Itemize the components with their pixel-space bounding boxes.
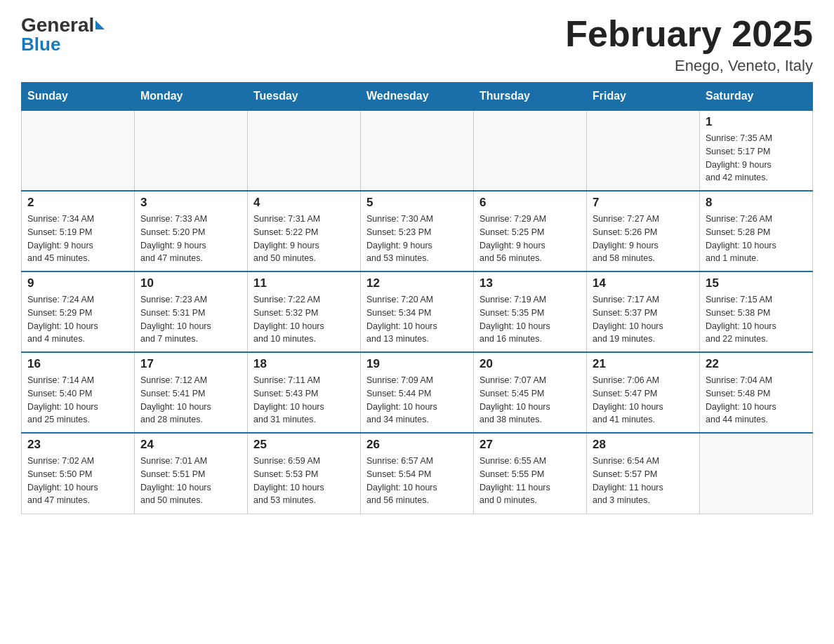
day-number: 25 xyxy=(253,438,355,452)
week-row-4: 16Sunrise: 7:14 AMSunset: 5:40 PMDayligh… xyxy=(22,352,813,433)
weekday-header-friday: Friday xyxy=(587,83,700,111)
month-title: February 2025 xyxy=(565,14,813,54)
calendar-cell: 4Sunrise: 7:31 AMSunset: 5:22 PMDaylight… xyxy=(248,191,361,271)
day-number: 2 xyxy=(27,196,128,210)
weekday-header-monday: Monday xyxy=(135,83,248,111)
calendar-cell: 15Sunrise: 7:15 AMSunset: 5:38 PMDayligh… xyxy=(700,271,813,352)
calendar-cell xyxy=(361,110,474,191)
day-info: Sunrise: 7:11 AMSunset: 5:43 PMDaylight:… xyxy=(253,374,355,427)
day-number: 8 xyxy=(706,196,807,210)
day-info: Sunrise: 7:26 AMSunset: 5:28 PMDaylight:… xyxy=(706,213,807,265)
calendar-cell: 14Sunrise: 7:17 AMSunset: 5:37 PMDayligh… xyxy=(587,271,700,352)
day-info: Sunrise: 7:14 AMSunset: 5:40 PMDaylight:… xyxy=(27,374,128,427)
day-info: Sunrise: 7:01 AMSunset: 5:51 PMDaylight:… xyxy=(140,455,241,507)
day-number: 19 xyxy=(366,357,468,371)
calendar-cell: 8Sunrise: 7:26 AMSunset: 5:28 PMDaylight… xyxy=(700,191,813,271)
day-info: Sunrise: 7:23 AMSunset: 5:31 PMDaylight:… xyxy=(140,293,241,346)
day-info: Sunrise: 7:27 AMSunset: 5:26 PMDaylight:… xyxy=(593,213,694,265)
calendar-cell xyxy=(135,110,248,191)
day-number: 26 xyxy=(366,438,468,452)
calendar-cell: 17Sunrise: 7:12 AMSunset: 5:41 PMDayligh… xyxy=(135,352,248,433)
calendar-cell: 1Sunrise: 7:35 AMSunset: 5:17 PMDaylight… xyxy=(700,110,813,191)
week-row-2: 2Sunrise: 7:34 AMSunset: 5:19 PMDaylight… xyxy=(22,191,813,271)
weekday-header-sunday: Sunday xyxy=(22,83,135,111)
day-number: 11 xyxy=(253,276,355,290)
calendar-cell: 13Sunrise: 7:19 AMSunset: 5:35 PMDayligh… xyxy=(474,271,587,352)
calendar-cell: 20Sunrise: 7:07 AMSunset: 5:45 PMDayligh… xyxy=(474,352,587,433)
day-info: Sunrise: 6:54 AMSunset: 5:57 PMDaylight:… xyxy=(593,455,694,507)
day-number: 14 xyxy=(593,276,694,290)
day-number: 5 xyxy=(366,196,468,210)
day-info: Sunrise: 7:24 AMSunset: 5:29 PMDaylight:… xyxy=(27,293,128,346)
logo: General Blue xyxy=(21,14,105,55)
day-number: 18 xyxy=(253,357,355,371)
calendar-cell: 19Sunrise: 7:09 AMSunset: 5:44 PMDayligh… xyxy=(361,352,474,433)
day-number: 10 xyxy=(140,276,241,290)
calendar-cell: 27Sunrise: 6:55 AMSunset: 5:55 PMDayligh… xyxy=(474,433,587,514)
calendar-cell: 23Sunrise: 7:02 AMSunset: 5:50 PMDayligh… xyxy=(22,433,135,514)
day-info: Sunrise: 7:20 AMSunset: 5:34 PMDaylight:… xyxy=(366,293,468,346)
weekday-header-saturday: Saturday xyxy=(700,83,813,111)
calendar-cell: 16Sunrise: 7:14 AMSunset: 5:40 PMDayligh… xyxy=(22,352,135,433)
week-row-1: 1Sunrise: 7:35 AMSunset: 5:17 PMDaylight… xyxy=(22,110,813,191)
day-number: 4 xyxy=(253,196,355,210)
calendar-cell: 3Sunrise: 7:33 AMSunset: 5:20 PMDaylight… xyxy=(135,191,248,271)
calendar-cell: 21Sunrise: 7:06 AMSunset: 5:47 PMDayligh… xyxy=(587,352,700,433)
calendar-cell: 6Sunrise: 7:29 AMSunset: 5:25 PMDaylight… xyxy=(474,191,587,271)
day-info: Sunrise: 7:07 AMSunset: 5:45 PMDaylight:… xyxy=(479,374,581,427)
calendar-cell: 10Sunrise: 7:23 AMSunset: 5:31 PMDayligh… xyxy=(135,271,248,352)
day-info: Sunrise: 6:57 AMSunset: 5:54 PMDaylight:… xyxy=(366,455,468,507)
day-number: 28 xyxy=(593,438,694,452)
logo-blue-text: Blue xyxy=(21,34,60,55)
day-info: Sunrise: 7:22 AMSunset: 5:32 PMDaylight:… xyxy=(253,293,355,346)
day-info: Sunrise: 7:06 AMSunset: 5:47 PMDaylight:… xyxy=(593,374,694,427)
day-info: Sunrise: 7:34 AMSunset: 5:19 PMDaylight:… xyxy=(27,213,128,265)
calendar-cell xyxy=(248,110,361,191)
calendar-cell xyxy=(700,433,813,514)
weekday-header-tuesday: Tuesday xyxy=(248,83,361,111)
calendar-cell xyxy=(587,110,700,191)
day-info: Sunrise: 7:15 AMSunset: 5:38 PMDaylight:… xyxy=(706,293,807,346)
calendar-cell xyxy=(22,110,135,191)
calendar-cell: 18Sunrise: 7:11 AMSunset: 5:43 PMDayligh… xyxy=(248,352,361,433)
day-info: Sunrise: 7:12 AMSunset: 5:41 PMDaylight:… xyxy=(140,374,241,427)
day-number: 3 xyxy=(140,196,241,210)
day-number: 23 xyxy=(27,438,128,452)
day-info: Sunrise: 7:17 AMSunset: 5:37 PMDaylight:… xyxy=(593,293,694,346)
day-info: Sunrise: 6:55 AMSunset: 5:55 PMDaylight:… xyxy=(479,455,581,507)
calendar-table: SundayMondayTuesdayWednesdayThursdayFrid… xyxy=(21,82,813,514)
day-number: 22 xyxy=(706,357,807,371)
day-number: 27 xyxy=(479,438,581,452)
calendar-cell: 28Sunrise: 6:54 AMSunset: 5:57 PMDayligh… xyxy=(587,433,700,514)
day-number: 13 xyxy=(479,276,581,290)
day-number: 7 xyxy=(593,196,694,210)
day-number: 16 xyxy=(27,357,128,371)
day-info: Sunrise: 7:04 AMSunset: 5:48 PMDaylight:… xyxy=(706,374,807,427)
day-info: Sunrise: 7:09 AMSunset: 5:44 PMDaylight:… xyxy=(366,374,468,427)
calendar-cell: 7Sunrise: 7:27 AMSunset: 5:26 PMDaylight… xyxy=(587,191,700,271)
calendar-cell: 12Sunrise: 7:20 AMSunset: 5:34 PMDayligh… xyxy=(361,271,474,352)
calendar-cell: 26Sunrise: 6:57 AMSunset: 5:54 PMDayligh… xyxy=(361,433,474,514)
day-info: Sunrise: 7:30 AMSunset: 5:23 PMDaylight:… xyxy=(366,213,468,265)
calendar-cell xyxy=(474,110,587,191)
day-number: 21 xyxy=(593,357,694,371)
calendar-cell: 24Sunrise: 7:01 AMSunset: 5:51 PMDayligh… xyxy=(135,433,248,514)
day-info: Sunrise: 7:35 AMSunset: 5:17 PMDaylight:… xyxy=(706,132,807,185)
calendar-cell: 25Sunrise: 6:59 AMSunset: 5:53 PMDayligh… xyxy=(248,433,361,514)
day-info: Sunrise: 7:31 AMSunset: 5:22 PMDaylight:… xyxy=(253,213,355,265)
weekday-header-wednesday: Wednesday xyxy=(361,83,474,111)
week-row-5: 23Sunrise: 7:02 AMSunset: 5:50 PMDayligh… xyxy=(22,433,813,514)
calendar-cell: 11Sunrise: 7:22 AMSunset: 5:32 PMDayligh… xyxy=(248,271,361,352)
day-info: Sunrise: 6:59 AMSunset: 5:53 PMDaylight:… xyxy=(253,455,355,507)
week-row-3: 9Sunrise: 7:24 AMSunset: 5:29 PMDaylight… xyxy=(22,271,813,352)
calendar-cell: 5Sunrise: 7:30 AMSunset: 5:23 PMDaylight… xyxy=(361,191,474,271)
day-info: Sunrise: 7:02 AMSunset: 5:50 PMDaylight:… xyxy=(27,455,128,507)
day-info: Sunrise: 7:19 AMSunset: 5:35 PMDaylight:… xyxy=(479,293,581,346)
page-header: General Blue February 2025 Enego, Veneto… xyxy=(21,14,813,75)
day-number: 9 xyxy=(27,276,128,290)
day-number: 20 xyxy=(479,357,581,371)
calendar-cell: 2Sunrise: 7:34 AMSunset: 5:19 PMDaylight… xyxy=(22,191,135,271)
day-number: 1 xyxy=(706,115,807,129)
calendar-cell: 22Sunrise: 7:04 AMSunset: 5:48 PMDayligh… xyxy=(700,352,813,433)
day-number: 17 xyxy=(140,357,241,371)
